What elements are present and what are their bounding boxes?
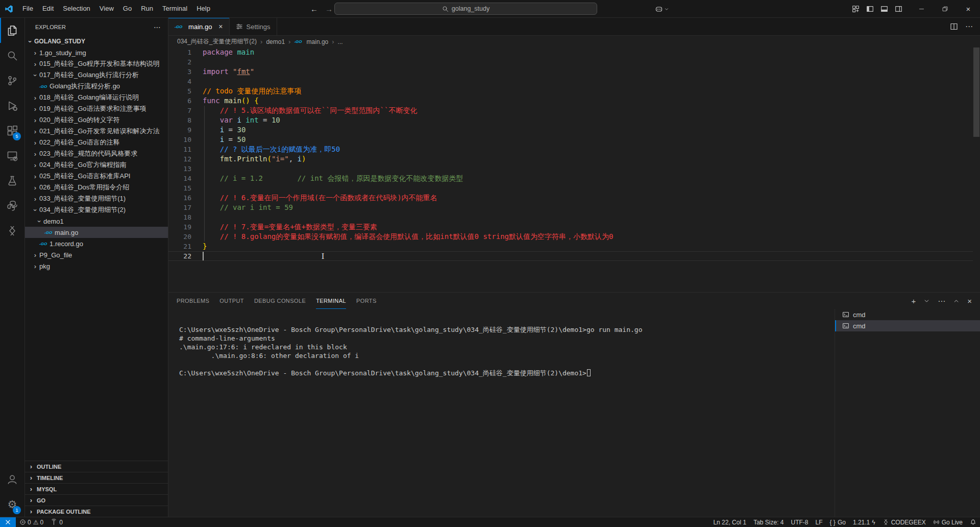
tree-item[interactable]: ›017_尚硅谷_Golang执行流行分析 xyxy=(25,69,168,81)
layout-panel-icon[interactable] xyxy=(880,5,888,13)
menu-view[interactable]: View xyxy=(95,0,118,17)
layout-sidebar-right-icon[interactable] xyxy=(895,5,902,13)
activity-explorer[interactable] xyxy=(0,18,24,43)
tree-item[interactable]: ›pkg xyxy=(25,260,168,272)
code-line[interactable]: 19 // ! 7.变量=变量名+值+数据类型，变量三要素 xyxy=(168,222,980,232)
activity-codegeex[interactable] xyxy=(0,218,24,243)
code-line[interactable]: 20 // ! 8.golang的变量如果没有赋初值，编译器会使用默认值，比如i… xyxy=(168,232,980,242)
panel-tab-debug-console[interactable]: DEBUG CONSOLE xyxy=(254,293,306,309)
tab-settings[interactable]: Settings xyxy=(230,18,277,35)
split-editor-icon[interactable] xyxy=(950,22,958,31)
plus-icon[interactable]: + xyxy=(911,297,916,305)
code-line[interactable]: 12 fmt.Println("i=", i) xyxy=(168,154,980,164)
status-problems[interactable]: 0⚠0 xyxy=(16,517,47,527)
code-line[interactable]: 5// todo 变量使用的注意事项 xyxy=(168,86,980,96)
explorer-more-actions-icon[interactable]: ⋯ xyxy=(154,23,161,31)
tree-root[interactable]: ›GOLANG_STUDY xyxy=(25,36,168,47)
breadcrumb-item[interactable]: -GOmain.go xyxy=(294,38,328,45)
tree-item[interactable]: ›022_尚硅谷_Go语言的注释 xyxy=(25,137,168,148)
tree-item[interactable]: -GOmain.go xyxy=(25,227,168,238)
activity-run-debug[interactable] xyxy=(0,93,24,118)
editor-scrollbar[interactable] xyxy=(973,47,980,292)
tree-item[interactable]: ›023_尚硅谷_规范的代码风格要求 xyxy=(25,148,168,159)
code-line[interactable]: 21} xyxy=(168,242,980,251)
code-line[interactable]: 11 // ? 以最后一次i的赋值为准，即50 xyxy=(168,145,980,154)
code-line[interactable]: 16 // ! 6.变量在同一个作用域(在一个函数或者在代码块)内不能重名 xyxy=(168,193,980,203)
activity-python[interactable] xyxy=(0,193,24,218)
status-notifications[interactable] xyxy=(966,517,980,527)
panel-tab-output[interactable]: OUTPUT xyxy=(219,293,244,309)
tree-item[interactable]: ›019_尚硅谷_Go语法要求和注意事项 xyxy=(25,103,168,114)
more-icon[interactable]: ⋯ xyxy=(938,297,945,305)
status-eol[interactable]: LF xyxy=(812,517,826,527)
tree-item[interactable]: ›026_尚硅谷_Dos常用指令介绍 xyxy=(25,182,168,193)
tree-item[interactable]: ›024_尚硅谷_Go官方编程指南 xyxy=(25,159,168,171)
menu-selection[interactable]: Selection xyxy=(58,0,94,17)
menu-go[interactable]: Go xyxy=(118,0,136,17)
layout-sidebar-left-icon[interactable] xyxy=(866,5,874,13)
section-timeline[interactable]: ›TIMELINE xyxy=(25,472,168,483)
tree-item[interactable]: ›025_尚硅谷_Go语言标准库API xyxy=(25,171,168,182)
status-codegeex[interactable]: CODEGEEX xyxy=(879,517,929,527)
tree-item[interactable]: ›018_尚硅谷_Golang编译运行说明 xyxy=(25,92,168,103)
code-line[interactable]: 9 i = 30 xyxy=(168,125,980,135)
code-line[interactable]: 8 var i int = 10 xyxy=(168,115,980,125)
tree-item[interactable]: ›033_尚硅谷_变量使用细节(1) xyxy=(25,193,168,204)
tree-item[interactable]: ›034_尚硅谷_变量使用细节(2) xyxy=(25,204,168,215)
status-encoding[interactable]: UTF-8 xyxy=(788,517,812,527)
status-language-mode[interactable]: { }Go xyxy=(826,517,849,527)
forward-arrow-icon[interactable]: → xyxy=(325,5,333,13)
tree-item[interactable]: ›P9_Go_file xyxy=(25,249,168,260)
tree-item[interactable]: ›demo1 xyxy=(25,215,168,227)
panel-tab-terminal[interactable]: TERMINAL xyxy=(316,293,346,309)
close-icon[interactable]: × xyxy=(967,297,972,305)
panel-tab-problems[interactable]: PROBLEMS xyxy=(177,293,209,309)
status-go-live[interactable]: Go Live xyxy=(929,517,966,527)
status-go-version[interactable]: 1.21.1ϟ xyxy=(849,517,879,527)
section-mysql[interactable]: ›MYSQL xyxy=(25,483,168,494)
breadcrumb-item[interactable]: 034_尚硅谷_变量使用细节(2) xyxy=(177,37,257,46)
menu-edit[interactable]: Edit xyxy=(38,0,58,17)
code-line[interactable]: 22 xyxy=(168,251,980,261)
close-button[interactable]: × xyxy=(957,0,980,18)
terminal-instance[interactable]: cmd xyxy=(835,309,980,320)
section-go[interactable]: ›GO xyxy=(25,494,168,506)
section-package-outline[interactable]: ›PACKAGE OUTLINE xyxy=(25,506,168,517)
back-arrow-icon[interactable]: ← xyxy=(310,5,318,13)
code-line[interactable]: 2 xyxy=(168,57,980,67)
code-line[interactable]: 3import "fmt" xyxy=(168,67,980,77)
layout-grid-icon[interactable] xyxy=(852,5,860,13)
code-line[interactable]: 7 // ! 5.该区域的数据值可以在``同一类型范围内``不断变化 xyxy=(168,106,980,115)
copilot-button[interactable] xyxy=(655,0,669,18)
minimize-button[interactable] xyxy=(910,0,933,18)
tree-item[interactable]: ›015_尚硅谷_Go程序开发和基本结构说明 xyxy=(25,58,168,69)
tree-item[interactable]: ›1.go_study_img xyxy=(25,47,168,58)
chevron-down-icon[interactable] xyxy=(923,298,930,304)
menu-terminal[interactable]: Terminal xyxy=(158,0,192,17)
code-line[interactable]: 18 xyxy=(168,212,980,222)
tree-item[interactable]: -GO1.record.go xyxy=(25,238,168,249)
code-line[interactable]: 10 i = 50 xyxy=(168,135,980,145)
activity-accounts[interactable] xyxy=(0,467,24,492)
more-actions-icon[interactable]: ⋯ xyxy=(965,22,973,31)
terminal-output[interactable]: C:\Users\wxe5szh\OneDrive - Bosch Group\… xyxy=(168,309,835,517)
tree-item[interactable]: ›021_尚硅谷_Go开发常见错误和解决方法 xyxy=(25,126,168,137)
command-center-search[interactable]: golang_study xyxy=(334,3,597,15)
code-line[interactable]: 13 xyxy=(168,164,980,174)
status-cursor-position[interactable]: Ln 22, Col 1 xyxy=(709,517,750,527)
activity-search[interactable] xyxy=(0,43,24,68)
breadcrumb-item[interactable]: ... xyxy=(338,38,343,45)
status-tab-size[interactable]: Tab Size: 4 xyxy=(750,517,787,527)
code-line[interactable]: 15 xyxy=(168,183,980,193)
code-line[interactable]: 1package main xyxy=(168,47,980,57)
section-outline[interactable]: ›OUTLINE xyxy=(25,461,168,472)
maximize-restore-button[interactable] xyxy=(933,0,957,18)
breadcrumb-item[interactable]: demo1 xyxy=(266,38,285,45)
close-icon[interactable]: × xyxy=(218,22,223,31)
activity-extensions[interactable]: 5 xyxy=(0,118,24,143)
code-line[interactable]: 6func main() { xyxy=(168,96,980,106)
code-line[interactable]: 4 xyxy=(168,77,980,86)
terminal-instance[interactable]: cmd xyxy=(835,320,980,331)
activity-testing[interactable] xyxy=(0,168,24,193)
tree-item[interactable]: -GOGolang执行流程分析.go xyxy=(25,81,168,92)
